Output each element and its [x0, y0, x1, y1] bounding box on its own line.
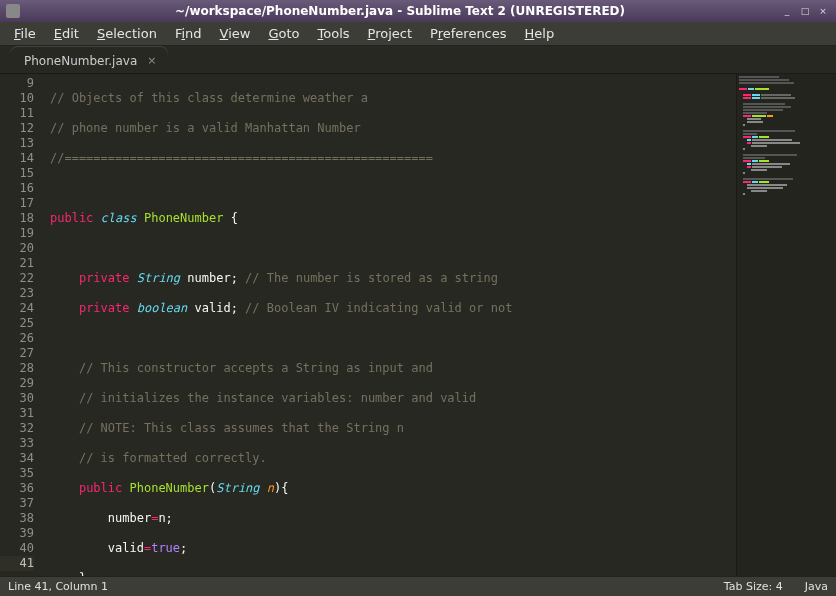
line-number: 32	[0, 421, 34, 436]
status-position: Line 41, Column 1	[8, 580, 108, 593]
line-number: 30	[0, 391, 34, 406]
line-number: 19	[0, 226, 34, 241]
code-text: public	[79, 481, 122, 495]
code-text: // phone number is a valid Manhattan Num…	[50, 121, 361, 135]
minimize-button[interactable]: _	[780, 4, 794, 18]
editor: 9 10 11 12 13 14 15 16 17 18 19 20 21 22…	[0, 74, 836, 576]
code-text: number	[108, 511, 151, 525]
line-number: 33	[0, 436, 34, 451]
code-text: PhoneNumber	[130, 481, 209, 495]
maximize-button[interactable]: □	[798, 4, 812, 18]
menu-tools[interactable]: Tools	[310, 24, 358, 43]
line-number: 11	[0, 106, 34, 121]
app-icon	[6, 4, 20, 18]
menubar: File Edit Selection Find View Goto Tools…	[0, 22, 836, 46]
line-number: 35	[0, 466, 34, 481]
code-text: {	[223, 211, 237, 225]
tab-phonenumber[interactable]: PhoneNumber.java ×	[10, 47, 168, 73]
line-number: 28	[0, 361, 34, 376]
line-number: 26	[0, 331, 34, 346]
status-language[interactable]: Java	[805, 580, 828, 593]
code-text: // The number is stored as a string	[245, 271, 498, 285]
line-number: 10	[0, 91, 34, 106]
line-number: 38	[0, 511, 34, 526]
line-number: 24	[0, 301, 34, 316]
line-number: 40	[0, 541, 34, 556]
status-tabsize[interactable]: Tab Size: 4	[724, 580, 783, 593]
window-title: ~/workspace/PhoneNumber.java - Sublime T…	[20, 4, 780, 18]
code-text: private	[79, 271, 130, 285]
statusbar: Line 41, Column 1 Tab Size: 4 Java	[0, 576, 836, 596]
close-window-button[interactable]: ×	[816, 4, 830, 18]
minimap[interactable]	[736, 74, 836, 576]
close-tab-icon[interactable]: ×	[147, 54, 156, 67]
code-text: // NOTE: This class assumes that the Str…	[79, 421, 404, 435]
line-number: 14	[0, 151, 34, 166]
tabbar: PhoneNumber.java ×	[0, 46, 836, 74]
line-number: 23	[0, 286, 34, 301]
line-number: 22	[0, 271, 34, 286]
code-text: PhoneNumber	[144, 211, 223, 225]
menu-goto[interactable]: Goto	[260, 24, 307, 43]
code-text: ){	[274, 481, 288, 495]
menu-find[interactable]: Find	[167, 24, 210, 43]
code-text: // Boolean IV indicating valid or not	[245, 301, 512, 315]
menu-project[interactable]: Project	[360, 24, 421, 43]
code-text: class	[101, 211, 137, 225]
code-text: private	[79, 301, 130, 315]
line-number: 18	[0, 211, 34, 226]
code-text: n;	[158, 511, 172, 525]
line-number: 37	[0, 496, 34, 511]
code-text: //======================================…	[50, 151, 433, 165]
menu-view[interactable]: View	[212, 24, 259, 43]
menu-file[interactable]: File	[6, 24, 44, 43]
line-number: 31	[0, 406, 34, 421]
code-text: valid	[108, 541, 144, 555]
tab-label: PhoneNumber.java	[24, 54, 137, 68]
menu-edit[interactable]: Edit	[46, 24, 87, 43]
code-text: valid;	[187, 301, 245, 315]
code-text: number;	[180, 271, 245, 285]
code-text: boolean	[137, 301, 188, 315]
line-number: 34	[0, 451, 34, 466]
code-text: String	[216, 481, 259, 495]
code-text: }	[79, 571, 86, 576]
menu-selection[interactable]: Selection	[89, 24, 165, 43]
code-text: // This constructor accepts a String as …	[79, 361, 433, 375]
menu-help[interactable]: Help	[517, 24, 563, 43]
line-number: 12	[0, 121, 34, 136]
code-text: // is formatted correctly.	[79, 451, 267, 465]
line-number: 27	[0, 346, 34, 361]
code-text: // Objects of this class determine weath…	[50, 91, 368, 105]
line-number: 25	[0, 316, 34, 331]
line-number: 21	[0, 256, 34, 271]
code-text: String	[137, 271, 180, 285]
line-number: 39	[0, 526, 34, 541]
code-text: true	[151, 541, 180, 555]
line-number: 13	[0, 136, 34, 151]
window-titlebar: ~/workspace/PhoneNumber.java - Sublime T…	[0, 0, 836, 22]
gutter: 9 10 11 12 13 14 15 16 17 18 19 20 21 22…	[0, 74, 42, 576]
line-number: 29	[0, 376, 34, 391]
code-text: n	[267, 481, 274, 495]
line-number: 41	[0, 556, 34, 571]
code-text: ;	[180, 541, 187, 555]
line-number: 20	[0, 241, 34, 256]
line-number: 36	[0, 481, 34, 496]
code-area[interactable]: // Objects of this class determine weath…	[42, 74, 736, 576]
line-number: 16	[0, 181, 34, 196]
code-text: public	[50, 211, 93, 225]
line-number: 15	[0, 166, 34, 181]
line-number: 9	[0, 76, 34, 91]
code-text: // initializes the instance variables: n…	[79, 391, 476, 405]
line-number: 17	[0, 196, 34, 211]
menu-preferences[interactable]: Preferences	[422, 24, 514, 43]
